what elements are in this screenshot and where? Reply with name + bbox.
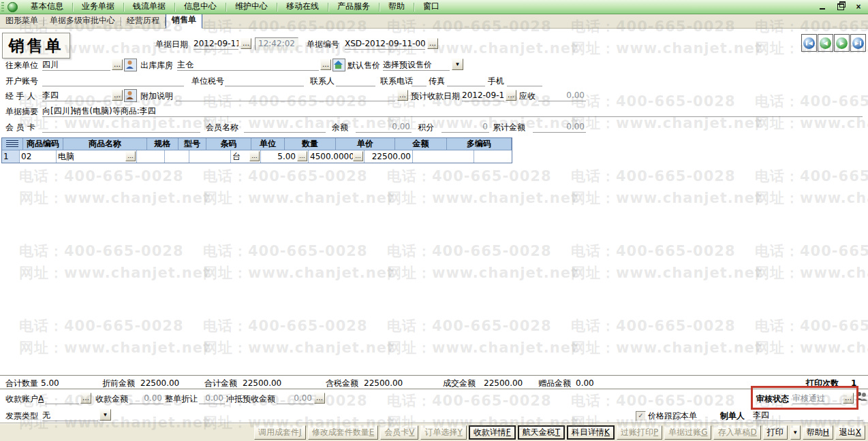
footer-button-过账打印[interactable]: 过账打印P (617, 425, 662, 440)
audit-more-button[interactable]: … (843, 393, 854, 404)
note-more-button[interactable]: … (397, 90, 408, 101)
payment-account-lookup-button[interactable]: … (80, 393, 91, 404)
minimize-button[interactable] (818, 1, 828, 12)
handler-lookup-button[interactable]: … (112, 90, 123, 101)
member-card-field[interactable] (42, 121, 200, 133)
contact-phone-field[interactable] (412, 75, 427, 86)
menu-item-2[interactable]: 钱流单据 (124, 0, 174, 14)
cell-条码[interactable] (189, 150, 231, 163)
prev-record-button[interactable]: ◀ (818, 34, 833, 52)
col-header-4[interactable]: 条码 (206, 138, 251, 150)
cell-型号[interactable] (165, 150, 189, 163)
col-header-9[interactable]: 多编码 (447, 138, 512, 150)
cell-单位[interactable]: 台… (231, 150, 261, 163)
invoice-type-dropdown-button[interactable]: ▼ (99, 409, 111, 421)
partner-lookup-button[interactable]: … (112, 59, 123, 70)
tab-1[interactable]: 单据多级审批中心 (44, 14, 121, 28)
mobile-label: 手机 (488, 76, 504, 86)
warehouse-house-icon[interactable] (332, 59, 345, 71)
cell-金额[interactable]: 22500.00 (365, 150, 413, 163)
footer-button-航天金税[interactable]: 航天金税T (518, 425, 565, 440)
footer-button-会员卡[interactable]: 会员卡V (380, 425, 418, 440)
handler-person-icon[interactable] (124, 89, 137, 102)
cell-单价[interactable]: 4500.0000… (309, 150, 365, 163)
cell-more-button[interactable]: … (125, 151, 136, 161)
footer-button-订单选择[interactable]: 订单选择Y (420, 425, 466, 440)
col-header-6[interactable]: 数量 (285, 138, 336, 150)
auditor-people-icon[interactable] (856, 391, 867, 402)
first-record-button[interactable]: ◀ (801, 34, 817, 52)
tab-3[interactable]: 销售单 (166, 13, 202, 29)
cell-more-button[interactable]: … (297, 151, 307, 161)
cell-多编码[interactable] (413, 150, 474, 163)
col-header-0[interactable]: 商品编码 (23, 138, 63, 150)
cell-数量[interactable]: 5.00… (261, 150, 309, 163)
col-header-8[interactable]: 金额 (395, 138, 447, 150)
row-number-cell[interactable]: 1 (2, 150, 20, 163)
menu-item-7[interactable]: 帮助 (379, 0, 414, 14)
cell-more-button[interactable]: … (249, 151, 260, 161)
warehouse-lookup-button[interactable]: … (320, 59, 331, 70)
last-record-button[interactable]: ▶ (850, 34, 866, 52)
invoice-type-field[interactable]: 无 (42, 410, 98, 421)
footer-button-收款详情[interactable]: 收款详情F (469, 425, 516, 440)
member-name-field[interactable] (244, 121, 326, 133)
note-field[interactable] (176, 90, 395, 101)
due-date-field[interactable]: 2012-09-11 (462, 90, 504, 101)
toolbar-grip[interactable] (1, 2, 4, 12)
cell-规格[interactable] (137, 150, 165, 163)
doc-date-picker-button[interactable]: … (241, 38, 251, 49)
footer-button-修改成套件数量[interactable]: 修改成套件数量E (308, 425, 379, 440)
offset-prepay-more-button[interactable]: … (314, 393, 325, 404)
footer-button-退出[interactable]: 退出X (835, 425, 865, 440)
col-header-1[interactable]: 商品名称 (63, 138, 147, 150)
footer-button-帮助[interactable]: 帮助H (803, 425, 833, 440)
close-button[interactable]: × (853, 1, 864, 12)
price-option-dropdown-button[interactable]: ▼ (452, 59, 463, 70)
tax-no-field[interactable] (225, 75, 304, 86)
footer-button-单据过账[interactable]: 单据过账G (664, 425, 711, 440)
footer-button-调用成套件[interactable]: 调用成套件J (254, 425, 306, 440)
cell-商品编码[interactable]: 02 (20, 150, 57, 163)
order-discount-field[interactable]: 0.00 (199, 393, 225, 404)
menu-item-3[interactable]: 信息中心 (175, 0, 226, 14)
col-header-3[interactable]: 型号 (179, 138, 206, 150)
menu-item-0[interactable]: 基本信息 (22, 0, 72, 14)
col-header-7[interactable]: 单价 (336, 138, 395, 150)
partner-field[interactable]: 四川 (42, 59, 110, 71)
tab-0[interactable]: 图形菜单 (0, 14, 44, 28)
cell-商品名称[interactable]: 电脑… (57, 150, 137, 163)
footer-button-存入草稿[interactable]: 存入草稿D (713, 425, 760, 440)
print-dropdown-button[interactable]: ▼ (790, 425, 801, 440)
menu-item-4[interactable]: 维护中心 (226, 0, 277, 14)
warehouse-field[interactable]: 主仓 (177, 59, 319, 71)
menu-item-8[interactable]: 窗口 (414, 0, 448, 14)
handler-field[interactable]: 李四 (42, 90, 110, 101)
due-date-picker-button[interactable]: … (506, 90, 516, 101)
price-option-field[interactable]: 选择预设售价 (383, 59, 450, 71)
fax-field[interactable] (447, 75, 485, 86)
doc-date-field[interactable]: 2012-09-11 (193, 38, 238, 50)
offset-prepay-field[interactable]: 0.00 (277, 393, 313, 404)
received-field[interactable]: 0.00 (129, 393, 164, 404)
summary-field[interactable]: 向[四川]销售(电脑)等商品:李四 (42, 105, 863, 117)
col-header-5[interactable]: 单位 (251, 138, 285, 150)
footer-button-科目详情[interactable]: 科目详情K (567, 425, 615, 440)
col-header-2[interactable]: 规格 (147, 138, 179, 150)
next-record-button[interactable]: ▶ (834, 34, 850, 52)
footer-button-打印[interactable]: 打印 (763, 425, 788, 440)
menu-item-1[interactable]: 业务单据 (73, 0, 123, 14)
payment-account-field[interactable] (45, 393, 79, 404)
restore-button[interactable] (835, 1, 846, 12)
doc-no-more-button[interactable]: … (427, 38, 438, 49)
menu-item-5[interactable]: 移动在线 (277, 0, 328, 14)
partner-person-icon[interactable] (124, 59, 137, 71)
price-track-checkbox[interactable]: ✓ (636, 411, 646, 421)
bank-account-field[interactable] (42, 75, 184, 86)
doc-no-field[interactable]: XSD-2012-09-11-00001 (345, 38, 425, 50)
contact-field[interactable] (336, 75, 375, 86)
mobile-field[interactable] (507, 75, 542, 86)
cell-more-button[interactable]: … (353, 151, 363, 161)
tab-2[interactable]: 经营历程 (121, 14, 165, 28)
menu-item-6[interactable]: 产品服务 (328, 0, 379, 14)
